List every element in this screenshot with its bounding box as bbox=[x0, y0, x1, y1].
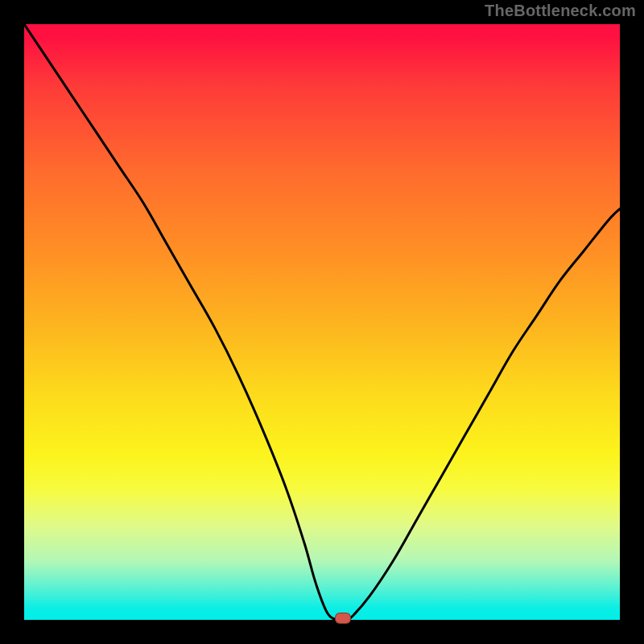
plot-area bbox=[24, 24, 620, 620]
chart-frame: TheBottleneck.com bbox=[0, 0, 644, 644]
curve-svg bbox=[24, 24, 620, 620]
bottleneck-curve bbox=[24, 24, 620, 620]
optimal-point-marker bbox=[335, 613, 351, 624]
attribution-label: TheBottleneck.com bbox=[485, 2, 636, 20]
